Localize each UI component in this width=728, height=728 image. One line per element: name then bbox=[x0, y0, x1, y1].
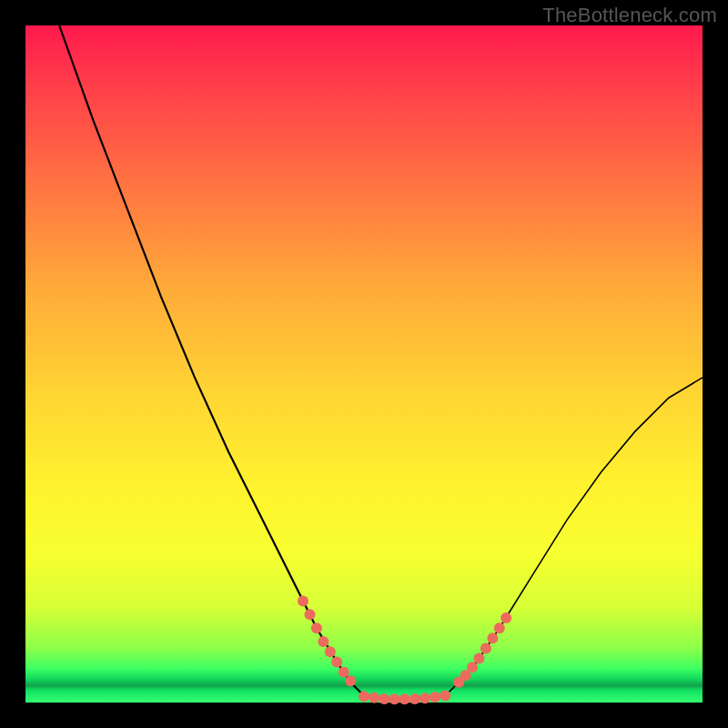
highlight-marker bbox=[440, 691, 450, 702]
curve-svg bbox=[25, 25, 703, 703]
curve-left-branch bbox=[59, 25, 364, 696]
marker-cluster-floor bbox=[359, 691, 450, 705]
highlight-marker bbox=[399, 693, 410, 704]
highlight-marker bbox=[474, 653, 485, 664]
highlight-marker bbox=[305, 609, 316, 620]
highlight-marker bbox=[331, 656, 342, 667]
highlight-marker bbox=[318, 636, 329, 647]
highlight-marker bbox=[325, 646, 336, 657]
highlight-marker bbox=[389, 693, 400, 704]
highlight-marker bbox=[298, 595, 308, 606]
highlight-marker bbox=[467, 662, 478, 672]
highlight-marker bbox=[420, 693, 430, 703]
highlight-marker bbox=[494, 622, 505, 633]
highlight-marker bbox=[339, 667, 349, 678]
plot-area bbox=[25, 25, 703, 703]
highlight-marker bbox=[410, 693, 420, 704]
highlight-marker bbox=[359, 691, 369, 702]
highlight-marker bbox=[379, 693, 389, 704]
highlight-marker bbox=[487, 632, 498, 643]
highlight-marker bbox=[500, 612, 511, 623]
highlight-marker bbox=[480, 643, 491, 654]
highlight-marker bbox=[345, 675, 356, 686]
highlight-marker bbox=[369, 693, 379, 703]
highlight-marker bbox=[311, 622, 322, 633]
chart-frame: TheBottleneck.com bbox=[0, 0, 728, 728]
watermark-text: TheBottleneck.com bbox=[542, 4, 717, 27]
highlight-marker bbox=[430, 692, 440, 703]
